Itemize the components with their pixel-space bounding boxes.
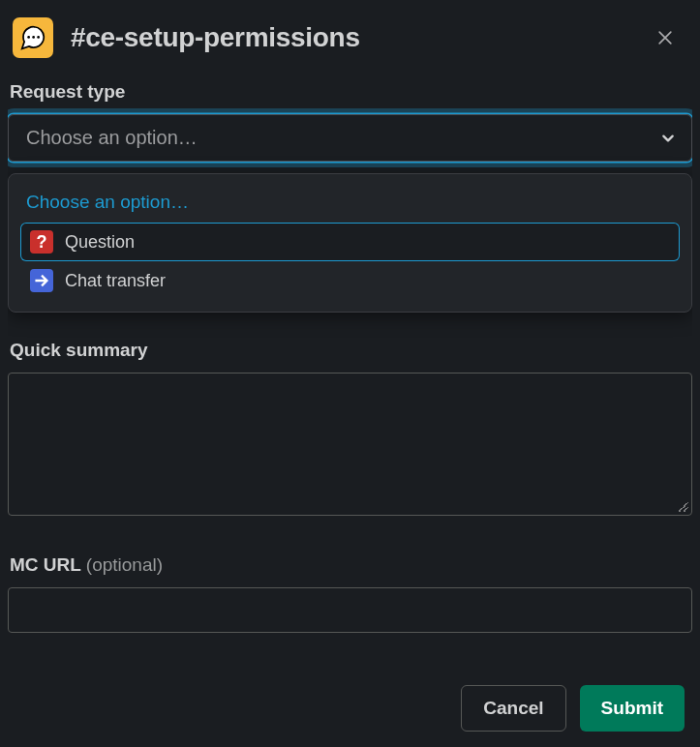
dropdown-option-label: Chat transfer [65,271,166,291]
modal-body: Request type Choose an option… Choose an… [8,79,692,670]
dropdown-option-chat-transfer[interactable]: Chat transfer [20,261,680,300]
cancel-button[interactable]: Cancel [461,685,565,732]
svg-point-1 [32,36,35,39]
quick-summary-wrap [8,373,692,520]
modal-footer: Cancel Submit [8,670,692,739]
request-type-select[interactable]: Choose an option… [8,114,692,162]
app-speech-icon [13,17,53,58]
request-type-dropdown: Choose an option… ? Question Chat transf… [8,173,692,313]
modal-header: #ce-setup-permissions [8,17,692,79]
dropdown-header: Choose an option… [20,186,680,223]
close-button[interactable] [648,20,683,55]
dropdown-option-label: Question [65,232,135,253]
svg-point-0 [27,36,30,39]
mc-url-label-text: MC URL [10,554,81,575]
mc-url-optional-text: (optional) [86,554,163,575]
quick-summary-textarea[interactable] [8,373,692,516]
mc-url-label: MC URL (optional) [8,553,692,587]
arrow-right-icon [30,269,53,292]
submit-button[interactable]: Submit [580,685,685,732]
svg-point-2 [37,36,40,39]
close-icon [655,28,675,47]
request-type-label: Request type [8,79,692,114]
slack-modal: #ce-setup-permissions Request type Choos… [0,0,700,747]
question-icon: ? [30,230,53,254]
request-type-select-wrap: Choose an option… [8,114,692,162]
quick-summary-label: Quick summary [8,338,692,373]
modal-title: #ce-setup-permissions [71,22,648,53]
mc-url-input[interactable] [8,587,692,633]
dropdown-option-question[interactable]: ? Question [20,223,680,261]
